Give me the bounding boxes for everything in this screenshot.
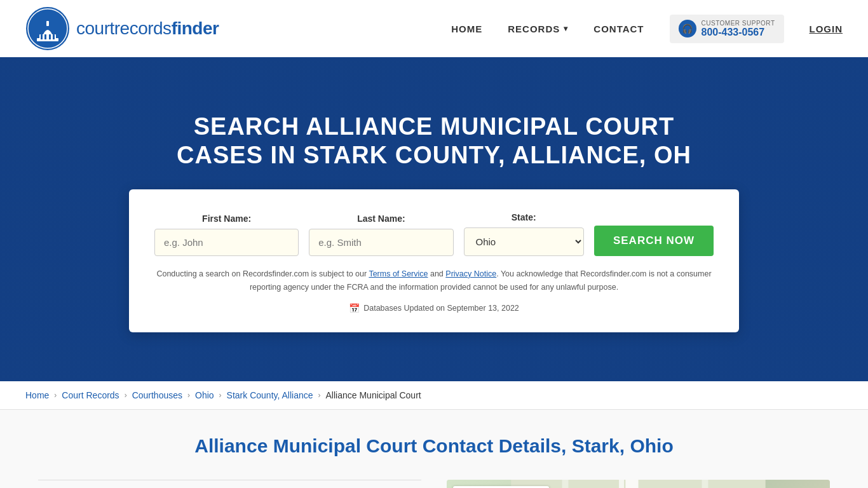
- support-label: CUSTOMER SUPPORT: [702, 20, 775, 27]
- map-road-vertical: [619, 480, 624, 488]
- header: courtrecordsfinder HOME RECORDS CONTACT …: [0, 0, 868, 57]
- bc-sep-4: ›: [219, 391, 222, 400]
- breadcrumb-ohio[interactable]: Ohio: [195, 390, 214, 400]
- support-box: 🎧 CUSTOMER SUPPORT 800-433-0567: [670, 15, 784, 43]
- nav-login[interactable]: LOGIN: [810, 24, 843, 34]
- details-column: Court Name: Alliance Municipal Court Sta…: [38, 480, 421, 488]
- bc-sep-3: ›: [187, 391, 190, 400]
- breadcrumb-courthouses[interactable]: Courthouses: [132, 390, 182, 400]
- search-card: First Name: Last Name: State: Ohio Alaba…: [129, 189, 739, 333]
- terms-link[interactable]: Terms of Service: [369, 269, 428, 278]
- headset-icon: 🎧: [679, 20, 696, 37]
- map-column: 40°55'15.4"N 81°05'55... View larger map: [447, 480, 830, 488]
- state-select[interactable]: Ohio Alabama Alaska Arizona Arkansas Cal…: [464, 227, 584, 256]
- disclaimer-text: Conducting a search on Recordsfinder.com…: [154, 268, 714, 295]
- bc-sep-5: ›: [318, 391, 321, 400]
- bc-sep-2: ›: [125, 391, 127, 400]
- map-placeholder: 40°55'15.4"N 81°05'55... View larger map: [447, 480, 830, 488]
- search-button[interactable]: SEARCH NOW: [594, 226, 714, 256]
- privacy-link[interactable]: Privacy Notice: [445, 269, 496, 278]
- svg-rect-14: [626, 480, 639, 488]
- svg-point-0: [27, 8, 69, 50]
- calendar-icon: 📅: [349, 303, 360, 313]
- support-text: CUSTOMER SUPPORT 800-433-0567: [702, 20, 775, 38]
- first-name-label: First Name:: [154, 214, 299, 224]
- last-name-input[interactable]: [309, 229, 453, 256]
- svg-rect-6: [44, 34, 46, 39]
- state-group: State: Ohio Alabama Alaska Arizona Arkan…: [464, 212, 584, 256]
- main-content: Alliance Municipal Court Contact Details…: [0, 410, 868, 488]
- bc-sep-1: ›: [54, 391, 57, 400]
- db-updated-text: Databases Updated on September 13, 2022: [363, 304, 519, 313]
- first-name-input[interactable]: [154, 229, 299, 256]
- svg-rect-18: [702, 480, 709, 488]
- main-nav: HOME RECORDS CONTACT 🎧 CUSTOMER SUPPORT …: [451, 15, 843, 43]
- logo-text[interactable]: courtrecordsfinder: [76, 18, 219, 39]
- svg-rect-5: [41, 34, 43, 39]
- breadcrumb: Home › Court Records › Courthouses › Ohi…: [0, 381, 868, 410]
- support-phone[interactable]: 800-433-0567: [702, 27, 775, 38]
- nav-records[interactable]: RECORDS: [508, 24, 568, 34]
- hero-title: SEARCH ALLIANCE MUNICIPAL COURT CASES IN…: [148, 112, 720, 170]
- breadcrumb-stark-county[interactable]: Stark County, Alliance: [227, 390, 313, 400]
- logo-icon: [25, 6, 70, 51]
- nav-contact[interactable]: CONTACT: [593, 24, 644, 34]
- state-label: State:: [464, 212, 584, 222]
- hero-section: SEARCH ALLIANCE MUNICIPAL COURT CASES IN…: [0, 57, 868, 381]
- section-title: Alliance Municipal Court Contact Details…: [38, 435, 830, 457]
- breadcrumb-home[interactable]: Home: [25, 390, 49, 400]
- breadcrumb-court-records[interactable]: Court Records: [62, 390, 119, 400]
- search-fields: First Name: Last Name: State: Ohio Alaba…: [154, 212, 714, 256]
- svg-rect-17: [562, 480, 569, 488]
- two-col-layout: Court Name: Alliance Municipal Court Sta…: [38, 480, 830, 488]
- map-container[interactable]: 40°55'15.4"N 81°05'55... View larger map: [447, 480, 830, 488]
- svg-rect-8: [53, 34, 55, 39]
- detail-row-court-name: Court Name: Alliance Municipal Court: [38, 480, 421, 488]
- logo-area: courtrecordsfinder: [25, 6, 451, 51]
- svg-rect-4: [46, 21, 49, 26]
- db-updated: 📅 Databases Updated on September 13, 202…: [154, 303, 714, 313]
- svg-rect-7: [49, 34, 51, 39]
- last-name-label: Last Name:: [309, 214, 453, 224]
- nav-home[interactable]: HOME: [451, 24, 482, 34]
- breadcrumb-current: Alliance Municipal Court: [326, 390, 421, 400]
- first-name-group: First Name:: [154, 214, 299, 256]
- last-name-group: Last Name:: [309, 214, 453, 256]
